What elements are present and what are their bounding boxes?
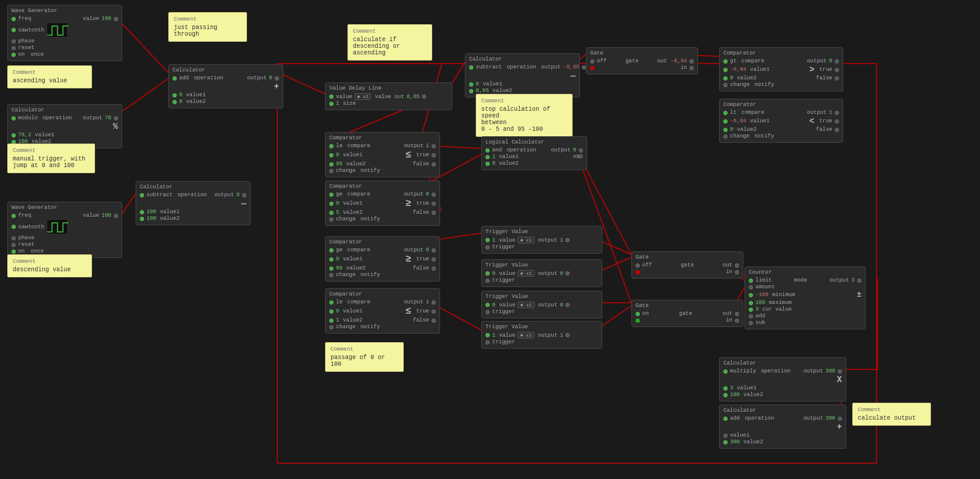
port-trig4-out[interactable] — [565, 333, 570, 337]
port-ge2-true[interactable] — [432, 257, 436, 262]
port-mul-op[interactable] — [723, 369, 728, 374]
port-le1-op[interactable] — [329, 144, 334, 148]
port-modulo-v1[interactable] — [12, 133, 16, 137]
port-counter-out[interactable] — [857, 279, 861, 283]
port-add-out[interactable] — [275, 76, 279, 81]
port-le1-true[interactable] — [432, 153, 436, 157]
port-trig3-trig[interactable] — [485, 310, 490, 314]
port-le2-v1[interactable] — [329, 309, 334, 314]
port-gate2-in[interactable] — [735, 270, 739, 274]
port-phase-1[interactable] — [12, 39, 16, 44]
port-le2-v2[interactable] — [329, 319, 334, 323]
port-on-2[interactable] — [12, 249, 16, 254]
port-mul-out[interactable] — [838, 369, 842, 374]
port-trig1-v[interactable] — [485, 238, 490, 242]
port-add-v1[interactable] — [173, 93, 177, 97]
port-vdl-value[interactable] — [329, 94, 334, 99]
port-on-1[interactable] — [12, 53, 16, 57]
port-ge1-change[interactable] — [329, 217, 334, 222]
port-and-out[interactable] — [579, 148, 583, 153]
port-gt-out[interactable] — [835, 59, 839, 64]
port-vdl-size[interactable] — [329, 102, 334, 106]
port-le2-change[interactable] — [329, 325, 334, 329]
port-mul-v2[interactable] — [723, 393, 728, 397]
port-ge2-op[interactable] — [329, 248, 334, 253]
port-ge2-false[interactable] — [432, 266, 436, 271]
port-counter-limit[interactable] — [749, 279, 753, 283]
port-ge2-change[interactable] — [329, 273, 334, 277]
port-counter-add[interactable] — [749, 314, 753, 319]
port-ge1-true[interactable] — [432, 202, 436, 206]
port-add-v2[interactable] — [173, 100, 177, 104]
port-le2-false[interactable] — [432, 319, 436, 323]
port-le2-out[interactable] — [432, 300, 436, 305]
port-lt-false[interactable] — [835, 128, 839, 132]
port-sub-v1[interactable] — [140, 210, 144, 214]
port-le1-v2[interactable] — [329, 162, 334, 167]
port-le2-op[interactable] — [329, 300, 334, 305]
port-le1-change[interactable] — [329, 169, 334, 173]
port-gate2-off[interactable] — [636, 263, 640, 268]
port-sub-op[interactable] — [140, 193, 144, 197]
port-gate3-on[interactable] — [636, 312, 640, 316]
port-wave-2[interactable] — [12, 225, 16, 229]
port-modulo-op[interactable] — [12, 116, 16, 121]
port-add2-v1[interactable] — [723, 434, 728, 438]
port-value-out-2[interactable] — [114, 214, 118, 218]
port-trig3-v[interactable] — [485, 303, 490, 307]
port-and-v1[interactable] — [485, 155, 490, 159]
port-gt-true[interactable] — [835, 68, 839, 72]
port-trig2-v[interactable] — [485, 271, 490, 276]
port-trig1-out[interactable] — [565, 238, 570, 242]
port-le1-out[interactable] — [432, 144, 436, 148]
port-sub-out[interactable] — [242, 193, 246, 197]
port-sub2-v2[interactable] — [469, 89, 473, 93]
port-add2-out[interactable] — [838, 417, 842, 421]
port-phase-2[interactable] — [12, 236, 16, 240]
port-mul-v1[interactable] — [723, 386, 728, 391]
port-sub2-op[interactable] — [469, 65, 473, 70]
port-gate3-in[interactable] — [735, 319, 739, 323]
port-value-out-1[interactable] — [114, 17, 118, 21]
port-reset-1[interactable] — [12, 46, 16, 50]
port-counter-max[interactable] — [749, 301, 753, 305]
port-trig2-out[interactable] — [565, 271, 570, 276]
port-trig4-trig[interactable] — [485, 340, 490, 345]
port-trig4-v[interactable] — [485, 333, 490, 337]
port-lt-op[interactable] — [723, 111, 728, 115]
port-modulo-out[interactable] — [114, 116, 118, 121]
port-trig3-out[interactable] — [565, 303, 570, 307]
port-gate1-in[interactable] — [689, 66, 694, 70]
port-add2-op[interactable] — [723, 417, 728, 421]
port-and-op[interactable] — [485, 148, 490, 153]
port-trig2-trig[interactable] — [485, 279, 490, 283]
port-gt-op[interactable] — [723, 59, 728, 64]
port-ge2-v2[interactable] — [329, 266, 334, 271]
port-freq-1[interactable] — [12, 17, 16, 21]
port-ge1-op[interactable] — [329, 193, 334, 197]
port-ge1-false[interactable] — [432, 211, 436, 215]
port-and-v2[interactable] — [485, 162, 490, 166]
port-ge2-out[interactable] — [432, 248, 436, 253]
port-ge1-v2[interactable] — [329, 211, 334, 215]
port-lt-true[interactable] — [835, 119, 839, 124]
port-gt-change[interactable] — [723, 83, 728, 87]
port-lt-v1[interactable] — [723, 119, 728, 124]
port-wave-1[interactable] — [12, 28, 16, 32]
port-trig1-trig[interactable] — [485, 245, 490, 249]
port-ge1-v1[interactable] — [329, 202, 334, 206]
port-sub2-v1[interactable] — [469, 82, 473, 87]
port-freq-2[interactable] — [12, 214, 16, 218]
port-vdl-out[interactable] — [422, 94, 426, 99]
port-gate2-out[interactable] — [735, 263, 739, 268]
port-le1-false[interactable] — [432, 162, 436, 167]
port-gt-false[interactable] — [835, 76, 839, 81]
port-ge1-out[interactable] — [432, 193, 436, 197]
port-lt-change[interactable] — [723, 134, 728, 139]
port-lt-v2[interactable] — [723, 128, 728, 132]
port-counter-cur[interactable] — [749, 308, 753, 312]
port-gate1-out[interactable] — [689, 59, 694, 64]
port-counter-sub[interactable] — [749, 321, 753, 325]
port-le1-v1[interactable] — [329, 153, 334, 157]
port-gt-v2[interactable] — [723, 76, 728, 81]
